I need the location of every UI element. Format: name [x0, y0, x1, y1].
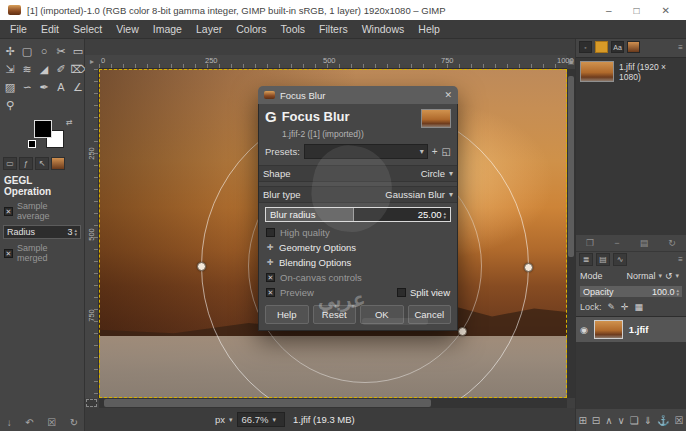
split-view-checkbox[interactable]	[397, 288, 406, 297]
opacity-slider[interactable]: Opacity 100.0 ▴▾	[579, 285, 683, 298]
free-select-tool-icon[interactable]: ○	[36, 43, 52, 60]
menu-select[interactable]: Select	[66, 23, 109, 35]
layer-row[interactable]: ◉ 1.jfif	[576, 317, 686, 342]
minimize-button[interactable]: –	[606, 5, 612, 16]
tab-brushes[interactable]	[595, 41, 608, 53]
menu-tools[interactable]: Tools	[274, 23, 313, 35]
canvas-menu-icon[interactable]: ▣	[567, 55, 575, 69]
paintbrush-tool-icon[interactable]: ✐	[53, 61, 69, 78]
maximize-button[interactable]: □	[634, 5, 640, 16]
dock-menu-icon[interactable]: ≡	[678, 255, 683, 264]
measure-tool-icon[interactable]: ∠	[70, 79, 86, 96]
quick-mask-toggle[interactable]	[86, 399, 97, 407]
vertical-scrollbar-thumb[interactable]	[568, 76, 574, 257]
blur-radius-slider[interactable]: Blur radius 25.00 ▴▾	[265, 207, 451, 222]
move-tool-icon[interactable]: ✢	[2, 43, 18, 60]
vertical-scrollbar[interactable]	[567, 69, 575, 398]
horizontal-scrollbar[interactable]	[99, 398, 567, 408]
rectangle-select-tool-icon[interactable]: ▢	[19, 43, 35, 60]
sample-merged-checkbox[interactable]: ✕	[4, 249, 13, 258]
duplicate-layer-icon[interactable]: ❏	[630, 415, 639, 426]
shape-dropdown[interactable]: Shape Circle ▾	[259, 165, 457, 182]
presets-dropdown[interactable]: ▾	[304, 144, 428, 159]
anchor-layer-icon[interactable]: ⚓	[657, 415, 669, 426]
add-preset-icon[interactable]: +	[432, 146, 438, 157]
unit-dropdown[interactable]: px	[215, 414, 225, 425]
menu-edit[interactable]: Edit	[34, 23, 66, 35]
ruler-origin-icon[interactable]: ▸	[85, 55, 99, 69]
radius-spinner[interactable]: ▴▾	[74, 228, 77, 236]
menu-help[interactable]: Help	[411, 23, 447, 35]
reset-options-icon[interactable]: ↻	[70, 417, 78, 428]
merge-down-icon[interactable]: ⇓	[644, 415, 652, 426]
transform-tool-icon[interactable]: ⇲	[2, 61, 18, 78]
tab-layers[interactable]: ≣	[579, 253, 593, 266]
mode-reset-icon[interactable]: ↺	[665, 271, 673, 281]
blur-radius-spinner[interactable]: ▴▾	[443, 211, 446, 219]
tab-image-thumbnail[interactable]	[51, 157, 65, 170]
restore-options-icon[interactable]: ↶	[25, 417, 33, 428]
dock-menu-icon[interactable]: ≡	[678, 43, 683, 52]
tab-document-history[interactable]	[627, 41, 640, 53]
tab-pointer[interactable]: ↖	[35, 157, 49, 170]
bucket-fill-tool-icon[interactable]: ◢	[36, 61, 52, 78]
warp-tool-icon[interactable]: ≋	[19, 61, 35, 78]
cancel-button[interactable]: Cancel	[408, 305, 452, 324]
scissors-select-tool-icon[interactable]: ✂	[53, 43, 69, 60]
foreground-color-swatch[interactable]	[34, 120, 52, 138]
lock-position-icon[interactable]: ✛	[621, 302, 629, 312]
blur-type-dropdown[interactable]: Blur type Gaussian Blur ▾	[259, 186, 457, 203]
preset-menu-icon[interactable]: ◱	[442, 146, 451, 157]
lock-alpha-icon[interactable]: ▦	[635, 302, 644, 312]
visibility-eye-icon[interactable]: ◉	[580, 325, 588, 335]
menu-image[interactable]: Image	[146, 23, 189, 35]
ok-button[interactable]: OK	[360, 305, 404, 324]
tab-paths[interactable]: ∿	[613, 253, 627, 266]
geometry-options-expander[interactable]: ✛ Geometry Options	[266, 242, 450, 253]
delete-options-icon[interactable]: ☒	[47, 417, 56, 428]
menu-filters[interactable]: Filters	[312, 23, 355, 35]
zoom-dropdown[interactable]: 66.7% ▾	[237, 412, 285, 427]
tab-channels[interactable]: ▤	[596, 253, 610, 266]
save-options-icon[interactable]: ↓	[7, 417, 12, 428]
menu-file[interactable]: File	[3, 23, 34, 35]
crop-tool-icon[interactable]: ▭	[70, 43, 86, 60]
raise-layer-icon[interactable]: ∧	[605, 415, 612, 426]
new-group-icon[interactable]: ⊟	[592, 415, 600, 426]
focus-blur-handle-left[interactable]	[197, 262, 206, 271]
horizontal-scrollbar-thumb[interactable]	[104, 399, 432, 407]
raise-view-icon[interactable]: ❐	[586, 238, 594, 248]
refresh-icon[interactable]: ↻	[668, 238, 676, 248]
default-colors-icon[interactable]	[28, 140, 36, 148]
on-canvas-controls-checkbox[interactable]: ✕	[266, 273, 275, 282]
preview-checkbox[interactable]: ✕	[266, 288, 275, 297]
dialog-close-icon[interactable]: ✕	[444, 90, 452, 100]
ink-tool-icon[interactable]: ✒	[36, 79, 52, 96]
tab-fonts[interactable]: ƒ	[19, 157, 33, 170]
opacity-spinner[interactable]: ▴▾	[676, 288, 679, 296]
sample-average-checkbox[interactable]: ✕	[4, 207, 13, 216]
menu-colors[interactable]: Colors	[229, 23, 273, 35]
dialog-titlebar[interactable]: Focus Blur ✕	[258, 86, 458, 104]
menu-view[interactable]: View	[109, 23, 146, 35]
lock-pixels-icon[interactable]: ✎	[608, 302, 616, 312]
tab-fonts[interactable]: Aa	[611, 41, 624, 53]
remove-view-icon[interactable]: −	[614, 238, 619, 248]
tab-images[interactable]: ◦	[579, 41, 592, 53]
menu-windows[interactable]: Windows	[355, 23, 412, 35]
gradient-tool-icon[interactable]: ▨	[2, 79, 18, 96]
focus-blur-handle-bottom[interactable]	[458, 327, 467, 336]
close-button[interactable]: ✕	[662, 5, 670, 16]
text-tool-icon[interactable]: A	[53, 79, 69, 96]
tab-tool-options[interactable]: ▭	[3, 157, 17, 170]
radius-slider[interactable]: Radius 3 ▴▾	[3, 225, 81, 239]
high-quality-checkbox[interactable]	[266, 228, 275, 237]
eraser-tool-icon[interactable]: ⌦	[70, 61, 86, 78]
help-button[interactable]: Help	[265, 305, 309, 324]
smudge-tool-icon[interactable]: ∽	[19, 79, 35, 96]
new-layer-icon[interactable]: ⊞	[578, 415, 586, 426]
delete-layer-icon[interactable]: ☒	[675, 415, 684, 426]
zoom-tool-icon[interactable]: ⚲	[2, 97, 18, 114]
mode-dropdown[interactable]: Normal	[626, 271, 655, 281]
reset-button[interactable]: Reset	[313, 305, 357, 324]
